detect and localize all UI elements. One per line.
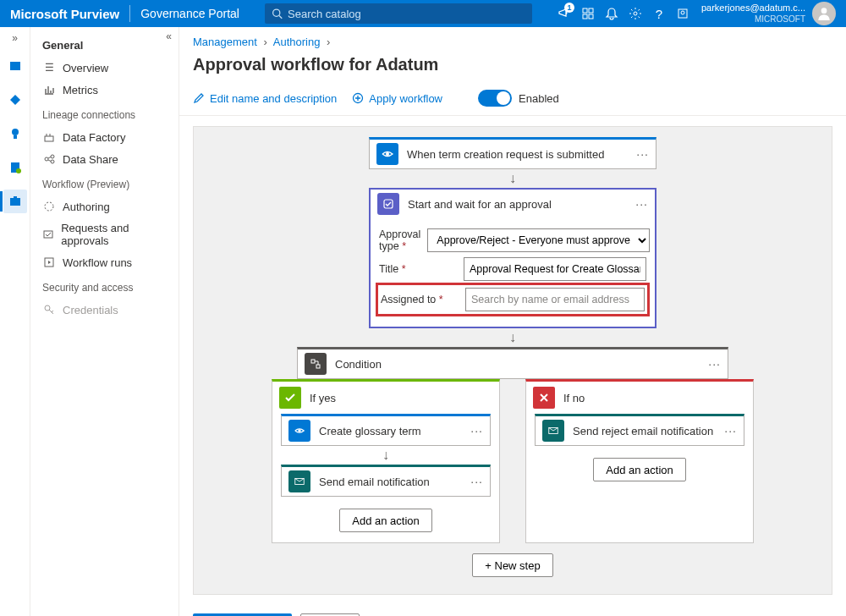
send-email-card[interactable]: Send email notification ··· (281, 465, 491, 497)
svg-point-30 (298, 429, 301, 432)
sidebar-item-label: Data Share (63, 153, 118, 166)
avatar[interactable] (812, 2, 836, 25)
more-icon[interactable]: ··· (635, 197, 648, 211)
create-term-card[interactable]: Create glossary term ··· (281, 414, 491, 446)
svg-point-14 (16, 168, 21, 173)
svg-rect-29 (316, 365, 320, 368)
svg-rect-15 (10, 198, 20, 206)
title-input[interactable] (464, 257, 646, 281)
apply-button[interactable]: Apply workflow (352, 92, 442, 105)
key-icon (42, 303, 56, 316)
person-icon[interactable] (671, 2, 695, 25)
crumb-management[interactable]: Management (193, 36, 257, 48)
toolbar-label: Edit name and description (210, 92, 337, 105)
workflow-canvas: When term creation request is submitted … (193, 126, 832, 595)
sidebar-item-overview[interactable]: ☰Overview (30, 57, 179, 79)
chevron-right-icon: › (327, 36, 330, 48)
mail-icon (288, 470, 310, 492)
user-account[interactable]: parkerjones@adatum.c... MICROSOFT (701, 2, 836, 25)
rail-item-sources[interactable] (3, 54, 27, 78)
svg-point-0 (273, 9, 280, 16)
help-icon[interactable]: ? (647, 2, 671, 25)
add-action-button[interactable]: Add an action (593, 458, 686, 481)
approval-icon (42, 228, 54, 241)
field-label: Approval type * (379, 228, 420, 252)
svg-point-26 (386, 152, 389, 156)
svg-point-21 (45, 202, 53, 211)
pencil-icon (193, 92, 205, 104)
trigger-card[interactable]: When term creation request is submitted … (369, 137, 656, 169)
feedback-icon[interactable] (576, 2, 600, 25)
sidebar-item-label: Data Factory (63, 131, 125, 144)
card-title: Condition (335, 358, 700, 371)
breadcrumb: Management › Authoring › (179, 27, 846, 52)
sidebar-head-lineage: Lineage connections (30, 101, 179, 126)
more-icon[interactable]: ··· (636, 147, 649, 161)
edit-button[interactable]: Edit name and description (193, 92, 337, 105)
settings-icon[interactable] (624, 2, 647, 25)
left-rail: » (0, 27, 30, 616)
more-icon[interactable]: ··· (708, 357, 721, 371)
svg-point-11 (12, 129, 19, 135)
sidebar-collapse-icon[interactable]: « (166, 30, 172, 42)
search-box[interactable] (265, 3, 532, 24)
more-icon[interactable]: ··· (470, 475, 483, 488)
sidebar-head-security: Security and access (30, 273, 179, 299)
sidebar-item-credentials[interactable]: Credentials (30, 299, 179, 321)
plus-circle-icon (352, 92, 364, 104)
svg-point-19 (51, 155, 54, 158)
svg-point-18 (45, 157, 48, 161)
crumb-authoring[interactable]: Authoring (273, 36, 321, 48)
assigned-to-input[interactable] (465, 288, 645, 311)
header-divider (129, 5, 130, 22)
sidebar-item-label: Requests and approvals (61, 222, 167, 247)
add-action-button[interactable]: Add an action (339, 509, 432, 532)
approval-type-select[interactable]: Approve/Reject - Everyone must approve (427, 228, 650, 252)
runs-icon (42, 256, 56, 269)
notifications-icon[interactable] (600, 2, 624, 25)
sidebar-item-authoring[interactable]: Authoring (30, 195, 179, 217)
factory-icon (42, 130, 56, 144)
more-icon[interactable]: ··· (724, 424, 737, 437)
rail-item-policy[interactable] (3, 156, 27, 179)
branch-label: If no (563, 392, 585, 404)
sidebar-item-metrics[interactable]: Metrics (30, 79, 179, 101)
svg-rect-27 (384, 200, 393, 208)
user-email: parkerjones@adatum.c... (701, 3, 805, 14)
toolbar: Edit name and description Apply workflow… (179, 85, 846, 116)
approval-icon (377, 193, 399, 215)
more-icon[interactable]: ··· (470, 424, 483, 437)
announcements-icon[interactable]: 1 (552, 2, 576, 25)
card-title: Send reject email notification (573, 425, 716, 437)
send-reject-card[interactable]: Send reject email notification ··· (535, 414, 744, 446)
new-step-button[interactable]: + New step (472, 553, 552, 577)
brand: Microsoft Purview (10, 7, 119, 21)
user-org: MICROSOFT (701, 14, 805, 25)
svg-point-8 (681, 11, 684, 14)
sidebar-item-label: Overview (63, 62, 108, 74)
sidebar-head-workflow: Workflow (Preview) (30, 170, 179, 195)
condition-card[interactable]: Condition ··· (297, 347, 728, 379)
rail-item-catalog[interactable] (3, 88, 27, 112)
search-input[interactable] (288, 8, 525, 20)
sidebar-item-requests[interactable]: Requests and approvals (30, 217, 179, 251)
toolbar-label: Apply workflow (369, 92, 442, 105)
approval-card[interactable]: Start and wait for an approval ··· Appro… (369, 188, 656, 328)
condition-icon (305, 353, 327, 375)
svg-rect-2 (583, 8, 587, 13)
svg-rect-5 (589, 14, 593, 19)
svg-rect-12 (14, 135, 17, 139)
field-label: Assigned to * (381, 294, 459, 305)
enabled-label: Enabled (519, 92, 559, 105)
sidebar-item-label: Authoring (63, 201, 110, 213)
sidebar-item-runs[interactable]: Workflow runs (30, 251, 179, 273)
card-title: Start and wait for an approval (408, 198, 627, 211)
rail-expand-icon[interactable]: » (12, 32, 18, 44)
footer: Save and close Cancel (179, 605, 846, 616)
enabled-toggle[interactable] (478, 90, 512, 107)
rail-item-insights[interactable] (3, 122, 27, 146)
share-icon (42, 152, 56, 166)
sidebar-item-datafactory[interactable]: Data Factory (30, 126, 179, 148)
sidebar-item-datashare[interactable]: Data Share (30, 148, 179, 170)
rail-item-management[interactable] (3, 190, 27, 213)
